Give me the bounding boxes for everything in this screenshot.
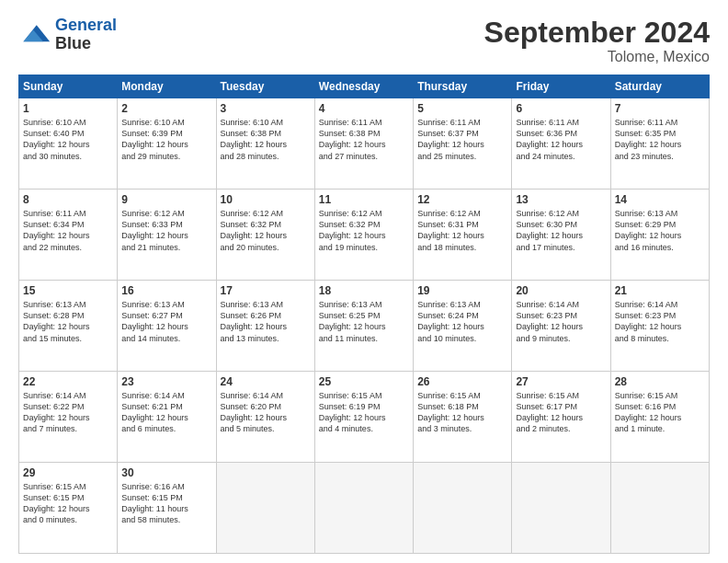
col-tuesday: Tuesday [216, 75, 314, 98]
header: GeneralBlue September 2024 Tolome, Mexic… [18, 17, 710, 65]
day-number: 30 [121, 466, 211, 479]
day-number: 17 [221, 284, 311, 297]
day-number: 3 [221, 102, 311, 115]
day-info: Sunrise: 6:15 AM Sunset: 6:15 PM Dayligh… [23, 481, 113, 526]
calendar-day: 21Sunrise: 6:14 AM Sunset: 6:23 PM Dayli… [610, 281, 709, 372]
col-wednesday: Wednesday [314, 75, 413, 98]
calendar-day: 3Sunrise: 6:10 AM Sunset: 6:38 PM Daylig… [216, 98, 314, 190]
calendar-week-3: 15Sunrise: 6:13 AM Sunset: 6:28 PM Dayli… [19, 281, 710, 372]
calendar-day: 6Sunrise: 6:11 AM Sunset: 6:36 PM Daylig… [512, 98, 610, 190]
day-number: 7 [615, 102, 705, 115]
logo: GeneralBlue [18, 17, 117, 53]
day-number: 2 [121, 102, 211, 115]
calendar-day: 29Sunrise: 6:15 AM Sunset: 6:15 PM Dayli… [19, 463, 118, 554]
calendar-day: 8Sunrise: 6:11 AM Sunset: 6:34 PM Daylig… [19, 190, 118, 281]
calendar-day: 26Sunrise: 6:15 AM Sunset: 6:18 PM Dayli… [414, 372, 512, 463]
day-info: Sunrise: 6:11 AM Sunset: 6:36 PM Dayligh… [516, 117, 606, 162]
day-info: Sunrise: 6:14 AM Sunset: 6:20 PM Dayligh… [221, 390, 311, 435]
day-info: Sunrise: 6:15 AM Sunset: 6:17 PM Dayligh… [516, 390, 606, 435]
calendar-day: 23Sunrise: 6:14 AM Sunset: 6:21 PM Dayli… [118, 372, 216, 463]
day-number: 28 [615, 375, 705, 388]
day-number: 8 [23, 193, 113, 206]
day-info: Sunrise: 6:16 AM Sunset: 6:15 PM Dayligh… [121, 481, 211, 526]
day-info: Sunrise: 6:13 AM Sunset: 6:26 PM Dayligh… [221, 299, 311, 344]
day-number: 24 [221, 375, 311, 388]
calendar-day: 9Sunrise: 6:12 AM Sunset: 6:33 PM Daylig… [118, 190, 216, 281]
day-info: Sunrise: 6:14 AM Sunset: 6:23 PM Dayligh… [615, 299, 705, 344]
calendar-week-2: 8Sunrise: 6:11 AM Sunset: 6:34 PM Daylig… [19, 190, 710, 281]
calendar-day: 14Sunrise: 6:13 AM Sunset: 6:29 PM Dayli… [610, 190, 709, 281]
calendar-week-1: 1Sunrise: 6:10 AM Sunset: 6:40 PM Daylig… [19, 98, 710, 190]
day-info: Sunrise: 6:14 AM Sunset: 6:22 PM Dayligh… [23, 390, 113, 435]
day-number: 27 [516, 375, 606, 388]
calendar-day: 22Sunrise: 6:14 AM Sunset: 6:22 PM Dayli… [19, 372, 118, 463]
day-number: 26 [417, 375, 507, 388]
col-monday: Monday [118, 75, 216, 98]
day-info: Sunrise: 6:13 AM Sunset: 6:24 PM Dayligh… [417, 299, 507, 344]
day-info: Sunrise: 6:13 AM Sunset: 6:28 PM Dayligh… [23, 299, 113, 344]
col-sunday: Sunday [19, 75, 118, 98]
day-number: 16 [121, 284, 211, 297]
day-number: 23 [121, 375, 211, 388]
day-info: Sunrise: 6:12 AM Sunset: 6:32 PM Dayligh… [319, 208, 409, 253]
col-saturday: Saturday [610, 75, 709, 98]
calendar-day: 7Sunrise: 6:11 AM Sunset: 6:35 PM Daylig… [610, 98, 709, 190]
calendar-day: 19Sunrise: 6:13 AM Sunset: 6:24 PM Dayli… [414, 281, 512, 372]
calendar-day: 11Sunrise: 6:12 AM Sunset: 6:32 PM Dayli… [314, 190, 413, 281]
calendar-day: 25Sunrise: 6:15 AM Sunset: 6:19 PM Dayli… [314, 372, 413, 463]
day-info: Sunrise: 6:13 AM Sunset: 6:27 PM Dayligh… [121, 299, 211, 344]
day-number: 1 [23, 102, 113, 115]
day-number: 4 [319, 102, 409, 115]
calendar-day: 10Sunrise: 6:12 AM Sunset: 6:32 PM Dayli… [216, 190, 314, 281]
day-info: Sunrise: 6:12 AM Sunset: 6:33 PM Dayligh… [121, 208, 211, 253]
location: Tolome, Mexico [484, 49, 710, 65]
calendar-day: 17Sunrise: 6:13 AM Sunset: 6:26 PM Dayli… [216, 281, 314, 372]
calendar-day: 5Sunrise: 6:11 AM Sunset: 6:37 PM Daylig… [414, 98, 512, 190]
day-info: Sunrise: 6:14 AM Sunset: 6:21 PM Dayligh… [121, 390, 211, 435]
day-info: Sunrise: 6:11 AM Sunset: 6:37 PM Dayligh… [417, 117, 507, 162]
day-number: 20 [516, 284, 606, 297]
calendar-day: 20Sunrise: 6:14 AM Sunset: 6:23 PM Dayli… [512, 281, 610, 372]
day-number: 15 [23, 284, 113, 297]
calendar-day: 12Sunrise: 6:12 AM Sunset: 6:31 PM Dayli… [414, 190, 512, 281]
day-info: Sunrise: 6:11 AM Sunset: 6:38 PM Dayligh… [319, 117, 409, 162]
calendar-day: 30Sunrise: 6:16 AM Sunset: 6:15 PM Dayli… [118, 463, 216, 554]
day-number: 25 [319, 375, 409, 388]
day-number: 13 [516, 193, 606, 206]
day-info: Sunrise: 6:13 AM Sunset: 6:29 PM Dayligh… [615, 208, 705, 253]
day-info: Sunrise: 6:11 AM Sunset: 6:34 PM Dayligh… [23, 208, 113, 253]
calendar-day: 28Sunrise: 6:15 AM Sunset: 6:16 PM Dayli… [610, 372, 709, 463]
day-number: 18 [319, 284, 409, 297]
title-block: September 2024 Tolome, Mexico [484, 17, 710, 65]
day-number: 29 [23, 466, 113, 479]
calendar-day [314, 463, 413, 554]
day-info: Sunrise: 6:15 AM Sunset: 6:18 PM Dayligh… [417, 390, 507, 435]
day-number: 5 [417, 102, 507, 115]
calendar-day [414, 463, 512, 554]
day-info: Sunrise: 6:10 AM Sunset: 6:38 PM Dayligh… [221, 117, 311, 162]
calendar-day: 27Sunrise: 6:15 AM Sunset: 6:17 PM Dayli… [512, 372, 610, 463]
col-friday: Friday [512, 75, 610, 98]
day-info: Sunrise: 6:15 AM Sunset: 6:19 PM Dayligh… [319, 390, 409, 435]
day-info: Sunrise: 6:12 AM Sunset: 6:31 PM Dayligh… [417, 208, 507, 253]
month-title: September 2024 [484, 17, 710, 49]
page: GeneralBlue September 2024 Tolome, Mexic… [0, 0, 728, 563]
calendar-day: 16Sunrise: 6:13 AM Sunset: 6:27 PM Dayli… [118, 281, 216, 372]
calendar-day: 2Sunrise: 6:10 AM Sunset: 6:39 PM Daylig… [118, 98, 216, 190]
day-number: 10 [221, 193, 311, 206]
calendar-week-4: 22Sunrise: 6:14 AM Sunset: 6:22 PM Dayli… [19, 372, 710, 463]
day-info: Sunrise: 6:12 AM Sunset: 6:32 PM Dayligh… [221, 208, 311, 253]
calendar-day: 24Sunrise: 6:14 AM Sunset: 6:20 PM Dayli… [216, 372, 314, 463]
day-info: Sunrise: 6:10 AM Sunset: 6:40 PM Dayligh… [23, 117, 113, 162]
day-info: Sunrise: 6:14 AM Sunset: 6:23 PM Dayligh… [516, 299, 606, 344]
calendar-day: 18Sunrise: 6:13 AM Sunset: 6:25 PM Dayli… [314, 281, 413, 372]
day-info: Sunrise: 6:12 AM Sunset: 6:30 PM Dayligh… [516, 208, 606, 253]
day-info: Sunrise: 6:13 AM Sunset: 6:25 PM Dayligh… [319, 299, 409, 344]
calendar-day: 4Sunrise: 6:11 AM Sunset: 6:38 PM Daylig… [314, 98, 413, 190]
calendar-week-5: 29Sunrise: 6:15 AM Sunset: 6:15 PM Dayli… [19, 463, 710, 554]
day-number: 22 [23, 375, 113, 388]
calendar-day: 13Sunrise: 6:12 AM Sunset: 6:30 PM Dayli… [512, 190, 610, 281]
logo-text: GeneralBlue [55, 17, 117, 53]
day-info: Sunrise: 6:15 AM Sunset: 6:16 PM Dayligh… [615, 390, 705, 435]
day-number: 9 [121, 193, 211, 206]
